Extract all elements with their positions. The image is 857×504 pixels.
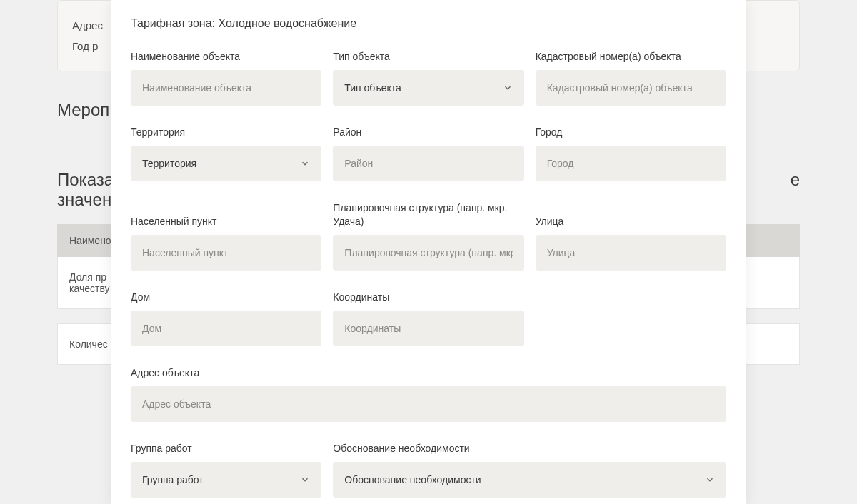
field-cadastral: Кадастровый номер(а) объекта [536, 50, 726, 106]
label-justification: Обоснование необходимости [333, 442, 726, 455]
bg-heading-suffix: е [791, 170, 800, 190]
modal-title: Тарифная зона: Холодное водоснабжение [131, 17, 726, 30]
label-coordinates: Координаты [333, 291, 523, 303]
field-planning-structure: Планировочная структура (напр. мкр. Удач… [333, 201, 523, 270]
input-object-name[interactable] [131, 70, 321, 106]
form-row: Группа работ Группа работ Обоснование не… [131, 442, 726, 498]
label-object-name: Наименование объекта [131, 50, 321, 63]
label-territory: Территория [131, 126, 321, 138]
field-city: Город [536, 126, 726, 181]
bg-heading-2b: значен [57, 190, 114, 210]
label-work-group: Группа работ [131, 442, 321, 455]
input-street[interactable] [536, 235, 726, 271]
label-object-type: Тип объекта [333, 50, 523, 63]
label-district: Район [333, 126, 523, 138]
field-house: Дом [131, 291, 321, 346]
label-object-address: Адрес объекта [131, 366, 726, 379]
select-object-type[interactable]: Тип объекта [333, 70, 523, 106]
field-object-address: Адрес объекта [131, 366, 726, 422]
bg-heading-2a: Показа [57, 170, 114, 190]
label-planning-structure: Планировочная структура (напр. мкр. Удач… [333, 201, 523, 227]
input-coordinates[interactable] [333, 311, 523, 346]
form-row: Адрес объекта [131, 366, 726, 422]
label-street: Улица [536, 215, 726, 228]
field-object-name: Наименование объекта [131, 50, 321, 106]
modal-dialog: Тарифная зона: Холодное водоснабжение На… [111, 0, 746, 504]
field-territory: Территория Территория [131, 126, 321, 181]
input-city[interactable] [536, 146, 726, 181]
label-settlement: Населенный пункт [131, 215, 321, 228]
input-object-address[interactable] [131, 386, 726, 422]
select-territory[interactable]: Территория [131, 146, 321, 181]
field-district: Район [333, 126, 523, 181]
form-row: Дом Координаты [131, 291, 726, 346]
label-house: Дом [131, 291, 321, 303]
input-cadastral[interactable] [536, 70, 726, 106]
field-justification: Обоснование необходимости Обоснование не… [333, 442, 726, 498]
select-justification[interactable]: Обоснование необходимости [333, 462, 726, 498]
input-district[interactable] [333, 146, 523, 181]
form-row: Территория Территория Район Город [131, 126, 726, 181]
input-settlement[interactable] [131, 235, 321, 271]
label-cadastral: Кадастровый номер(а) объекта [536, 50, 726, 63]
label-city: Город [536, 126, 726, 138]
field-street: Улица [536, 215, 726, 271]
field-object-type: Тип объекта Тип объекта [333, 50, 523, 106]
input-planning-structure[interactable] [333, 235, 523, 271]
field-work-group: Группа работ Группа работ [131, 442, 321, 498]
select-work-group[interactable]: Группа работ [131, 462, 321, 498]
form-row: Наименование объекта Тип объекта Тип объ… [131, 50, 726, 106]
form-row: Населенный пункт Планировочная структура… [131, 201, 726, 270]
input-house[interactable] [131, 311, 321, 346]
field-settlement: Населенный пункт [131, 215, 321, 271]
field-coordinates: Координаты [333, 291, 523, 346]
